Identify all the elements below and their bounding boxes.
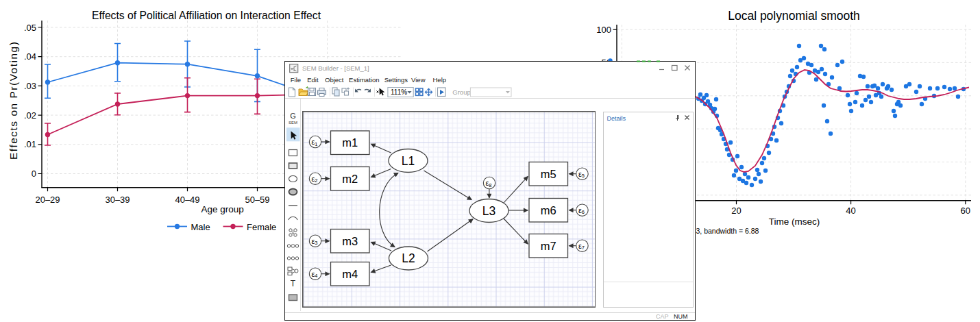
svg-text:.03: .03 bbox=[24, 81, 36, 91]
svg-text:SEM: SEM bbox=[289, 120, 297, 124]
svg-text:50–59: 50–59 bbox=[245, 195, 269, 205]
svg-text:m5: m5 bbox=[541, 167, 556, 179]
svg-text:100: 100 bbox=[596, 25, 611, 35]
svg-text:.01: .01 bbox=[24, 139, 36, 149]
svg-text:m1: m1 bbox=[342, 136, 358, 149]
svg-text:40: 40 bbox=[846, 206, 855, 216]
svg-text:40–49: 40–49 bbox=[175, 195, 199, 205]
svg-text:L3: L3 bbox=[482, 203, 495, 217]
svg-text:Age group: Age group bbox=[201, 204, 243, 214]
svg-text:.04: .04 bbox=[24, 51, 36, 62]
svg-text:0: 0 bbox=[32, 169, 36, 179]
svg-text:m4: m4 bbox=[342, 267, 358, 280]
svg-text:m2: m2 bbox=[342, 172, 358, 184]
svg-text:G: G bbox=[290, 112, 296, 120]
svg-text:Male: Male bbox=[191, 222, 210, 232]
svg-text:L1: L1 bbox=[402, 153, 415, 167]
svg-text:m6: m6 bbox=[541, 203, 556, 216]
svg-text:Group:: Group: bbox=[452, 88, 472, 96]
svg-text:Female: Female bbox=[247, 222, 276, 232]
svg-text:m3: m3 bbox=[342, 234, 358, 247]
svg-text:60: 60 bbox=[961, 206, 970, 216]
svg-text:L2: L2 bbox=[402, 251, 415, 265]
svg-text:.02: .02 bbox=[24, 110, 36, 121]
svg-text:3, bandwidth = 6.88: 3, bandwidth = 6.88 bbox=[696, 227, 759, 235]
svg-text:Effects on Pr(Voting): Effects on Pr(Voting) bbox=[8, 41, 20, 160]
svg-text:Time (msec): Time (msec) bbox=[769, 216, 820, 227]
svg-text:Effects of Political Affiliati: Effects of Political Affiliation on Inte… bbox=[92, 10, 321, 21]
svg-text:20–29: 20–29 bbox=[35, 195, 60, 205]
svg-text:m7: m7 bbox=[541, 239, 556, 251]
svg-text:T: T bbox=[291, 279, 296, 288]
svg-text:30–39: 30–39 bbox=[105, 195, 130, 205]
svg-text:.05: .05 bbox=[24, 23, 36, 33]
svg-text:Local polynomial smooth: Local polynomial smooth bbox=[728, 9, 860, 23]
svg-text:111%: 111% bbox=[391, 88, 407, 96]
svg-text:20: 20 bbox=[731, 206, 741, 216]
